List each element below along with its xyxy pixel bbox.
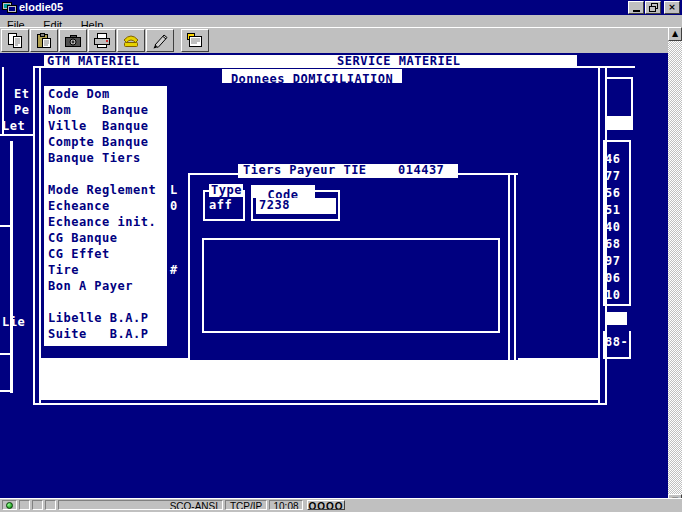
domiciliation-frame-left xyxy=(33,66,35,405)
left-label-let: Let xyxy=(2,120,25,133)
field-label: Mode Reglement xyxy=(48,184,156,197)
restore-icon xyxy=(649,3,658,12)
right-number-extra: 88- xyxy=(605,336,628,349)
field-label: Bon A Payer xyxy=(48,280,133,293)
frame-line xyxy=(0,225,10,227)
status-segment-empty xyxy=(19,500,30,510)
terminal-screen: GTM MATERIEL SERVICE MATERIEL Et Pe Let … xyxy=(0,53,668,498)
value-echeance[interactable]: 0 xyxy=(170,200,178,213)
frame-line xyxy=(631,77,633,117)
copy-button[interactable] xyxy=(1,29,29,52)
frame-line xyxy=(251,219,340,221)
scrollbar-track[interactable] xyxy=(668,41,682,494)
field-label: Suite B.A.P xyxy=(48,328,148,341)
field-label: CG Effet xyxy=(48,248,110,261)
field-label: Echeance xyxy=(48,200,110,213)
right-number: 68 xyxy=(605,238,620,251)
capture-button[interactable] xyxy=(59,29,87,52)
frame-fill xyxy=(605,312,627,325)
right-number: 97 xyxy=(605,255,620,268)
frame-line xyxy=(629,331,631,357)
frame-line xyxy=(603,357,631,359)
tiers-frame-left xyxy=(188,173,190,360)
code-value: 7238 xyxy=(259,199,290,212)
session-setup-button[interactable] xyxy=(181,29,209,52)
copy-icon xyxy=(5,32,25,49)
left-label-lie: Lie xyxy=(2,316,25,329)
frame-line xyxy=(0,353,10,355)
status-bar: SCO-ANSI TCP/IP 10:08 OOOO xyxy=(0,498,682,512)
session-setup-icon xyxy=(185,32,205,49)
field-label: Tire xyxy=(48,264,79,277)
tiers-detail-box xyxy=(202,238,500,333)
frame-line xyxy=(203,219,245,221)
frame-line xyxy=(338,190,340,221)
frame-line xyxy=(603,304,631,306)
tiers-title: Tiers Payeur TIE xyxy=(243,164,367,177)
dial-button[interactable] xyxy=(146,29,174,52)
domiciliation-fields-panel: Code Dom Nom Banque Ville Banque Compte … xyxy=(44,86,167,346)
vertical-scrollbar[interactable]: ▲ ▼ xyxy=(668,27,682,508)
close-button[interactable]: × xyxy=(664,1,680,14)
paste-icon xyxy=(34,32,54,49)
type-value-field[interactable]: aff xyxy=(209,199,232,212)
terminal-emulator-window: elodie05 × File Edit Help xyxy=(0,0,682,512)
tiers-number: 014437 xyxy=(398,164,444,177)
minimize-button[interactable] xyxy=(628,1,644,14)
tiers-title-chip: Tiers Payeur TIE 014437 xyxy=(238,164,458,178)
frame-line xyxy=(629,140,631,306)
domiciliation-frame-right-inner xyxy=(598,66,600,405)
printer-icon xyxy=(92,32,112,49)
domiciliation-frame-top xyxy=(33,66,607,68)
title-bar: elodie05 × xyxy=(0,0,682,15)
tiers-frame-right-inner xyxy=(508,173,510,360)
right-number: 06 xyxy=(605,272,620,285)
toolbar xyxy=(0,27,682,53)
code-input-field[interactable]: 7238 xyxy=(256,198,336,214)
domiciliation-title: Donnees DOMICILIATION xyxy=(231,72,393,86)
scroll-up-button[interactable]: ▲ xyxy=(668,27,682,41)
frame-line xyxy=(605,77,633,79)
print-button[interactable] xyxy=(88,29,116,52)
right-number: 56 xyxy=(605,187,620,200)
tiers-frame-bottom xyxy=(188,360,518,372)
emulation-status: SCO-ANSI xyxy=(58,500,223,510)
field-label: Compte Banque xyxy=(48,136,148,149)
frame-line xyxy=(243,190,245,221)
tiers-payeur-dialog: Tiers Payeur TIE 014437 Type aff Code 72… xyxy=(188,164,518,372)
phone-icon xyxy=(121,32,141,49)
tiers-frame-right xyxy=(514,173,516,360)
frame-fill xyxy=(605,116,633,130)
camera-icon xyxy=(63,32,83,49)
value-tire[interactable]: # xyxy=(170,264,178,277)
protocol-status: TCP/IP xyxy=(225,500,267,510)
restore-button[interactable] xyxy=(645,1,661,14)
field-label: Libelle B.A.P xyxy=(48,312,148,325)
close-icon: × xyxy=(668,3,676,12)
right-number: 46 xyxy=(605,153,620,166)
window-title: elodie05 xyxy=(19,0,63,15)
pen-icon xyxy=(150,32,170,49)
right-number: 10 xyxy=(605,289,620,302)
app-icon xyxy=(2,1,17,14)
frame-line xyxy=(0,134,33,136)
field-label: Banque Tiers xyxy=(48,152,141,165)
phone-button[interactable] xyxy=(117,29,145,52)
domiciliation-frame-bottom xyxy=(33,403,607,405)
field-label: Ville Banque xyxy=(48,120,148,133)
status-segment-empty xyxy=(32,500,43,510)
left-label-et: Et xyxy=(14,88,29,101)
paste-button[interactable] xyxy=(30,29,58,52)
code-label-chip: Code xyxy=(251,185,315,198)
frame-line xyxy=(203,190,205,221)
arrow-up-icon: ▲ xyxy=(672,29,678,38)
right-number: 40 xyxy=(605,221,620,234)
frame-line xyxy=(603,140,631,142)
clock-status: 10:08 xyxy=(269,500,303,510)
frame-line xyxy=(10,141,13,393)
field-label: Nom Banque xyxy=(48,104,148,117)
value-mode-reglement[interactable]: L xyxy=(170,184,178,197)
type-label: Type xyxy=(211,184,242,197)
connection-led-segment xyxy=(2,500,17,510)
domiciliation-title-chip: Donnees DOMICILIATION xyxy=(222,69,402,83)
